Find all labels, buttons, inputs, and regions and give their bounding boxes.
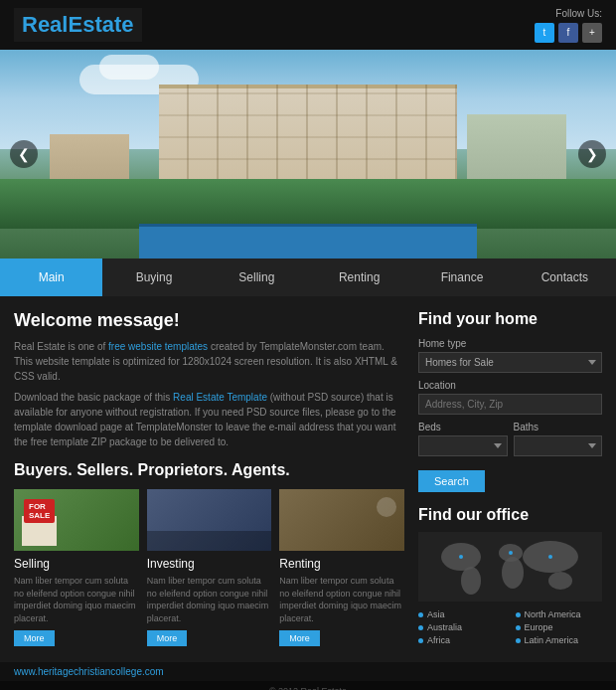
hero-pool bbox=[139, 224, 477, 259]
twitter-icon[interactable]: t bbox=[535, 23, 554, 43]
facebook-icon[interactable]: f bbox=[558, 23, 578, 43]
card-renting-more-button[interactable]: More bbox=[279, 630, 320, 646]
beds-group: Beds 1 2 3+ bbox=[418, 422, 508, 463]
card-renting: Renting Nam liber tempor cum soluta no e… bbox=[279, 489, 404, 646]
googleplus-icon[interactable]: + bbox=[582, 23, 602, 43]
card-renting-label: Renting bbox=[279, 557, 404, 571]
home-type-select[interactable]: Homes for Sale Homes for Rent Commercial bbox=[418, 352, 602, 373]
beds-select[interactable]: 1 2 3+ bbox=[418, 435, 508, 456]
real-estate-template-link[interactable]: Real Estate Template bbox=[173, 392, 267, 403]
region-europe: Europe bbox=[516, 622, 603, 632]
nav-finance[interactable]: Finance bbox=[410, 259, 513, 296]
region-dot-africa bbox=[418, 638, 423, 643]
regions: Asia Australia Africa North America bbox=[418, 609, 602, 648]
buyers-title: Buyers. Sellers. Proprietors. Agents. bbox=[14, 461, 404, 479]
baths-label: Baths bbox=[514, 422, 603, 432]
card-investing-text: Nam liber tempor cum soluta no eleifend … bbox=[147, 575, 272, 624]
region-africa: Africa bbox=[418, 635, 506, 645]
logo: RealEstate bbox=[14, 8, 142, 42]
card-selling-label: Selling bbox=[14, 557, 139, 571]
region-dot-north-america bbox=[516, 612, 521, 617]
cards-section: FORSALE Selling Nam liber tempor cum sol… bbox=[14, 489, 404, 646]
find-home-title: Find your home bbox=[418, 310, 602, 328]
follow-us-label: Follow Us: bbox=[535, 8, 602, 19]
card-investing: Investing Nam liber tempor cum soluta no… bbox=[147, 489, 272, 646]
nav-buying[interactable]: Buying bbox=[102, 259, 205, 296]
region-asia-label: Asia bbox=[427, 609, 445, 619]
for-sale-sign: FORSALE bbox=[24, 499, 55, 523]
card-investing-label: Investing bbox=[147, 557, 272, 571]
region-australia-label: Australia bbox=[427, 622, 462, 632]
baths-group: Baths 1 2 3+ bbox=[514, 422, 603, 463]
world-map-svg bbox=[431, 535, 590, 600]
logo-estate: Estate bbox=[68, 12, 133, 37]
social-icons: t f + bbox=[535, 23, 602, 43]
region-col-2: North America Europe Latin America bbox=[516, 609, 603, 648]
card-selling: FORSALE Selling Nam liber tempor cum sol… bbox=[14, 489, 139, 646]
region-australia: Australia bbox=[418, 622, 506, 632]
card-renting-image bbox=[279, 489, 404, 551]
nav-selling[interactable]: Selling bbox=[206, 259, 308, 296]
logo-real: Real bbox=[22, 12, 68, 37]
main-content: Welcome message! Real Estate is one of f… bbox=[0, 296, 616, 662]
left-column: Welcome message! Real Estate is one of f… bbox=[14, 310, 418, 648]
welcome-para2: Download the basic package of this Real … bbox=[14, 390, 404, 449]
svg-point-1 bbox=[461, 567, 481, 595]
card-renting-text: Nam liber tempor cum soluta no eleifend … bbox=[279, 575, 404, 624]
hero-next-button[interactable]: ❯ bbox=[578, 140, 606, 168]
card-selling-text: Nam liber tempor cum soluta no eleifend … bbox=[14, 575, 139, 624]
card-selling-more-button[interactable]: More bbox=[14, 630, 55, 646]
location-input[interactable] bbox=[418, 394, 602, 415]
card-investing-more-button[interactable]: More bbox=[147, 630, 188, 646]
nav-main[interactable]: Main bbox=[0, 259, 102, 296]
welcome-title: Welcome message! bbox=[14, 310, 404, 331]
region-north-america-label: North America bbox=[525, 609, 581, 619]
free-templates-link[interactable]: free website templates bbox=[108, 341, 208, 352]
svg-point-3 bbox=[502, 557, 524, 589]
footer-copy1: © 2012 Real Estate bbox=[5, 686, 611, 690]
region-asia: Asia bbox=[418, 609, 506, 619]
card-investing-image bbox=[147, 489, 272, 551]
follow-us: Follow Us: t f + bbox=[535, 8, 602, 43]
svg-point-7 bbox=[459, 555, 463, 559]
region-dot-asia bbox=[418, 612, 423, 617]
header: RealEstate Follow Us: t f + bbox=[0, 0, 616, 50]
svg-point-5 bbox=[548, 572, 572, 590]
world-map bbox=[418, 532, 602, 602]
right-column: Find your home Home type Homes for Sale … bbox=[418, 310, 602, 648]
region-dot-europe bbox=[516, 625, 521, 630]
svg-point-8 bbox=[548, 555, 552, 559]
welcome-para1: Real Estate is one of free website templ… bbox=[14, 339, 404, 384]
footer-url-text: www.heritagechristiancollege.com bbox=[14, 666, 164, 677]
baths-select[interactable]: 1 2 3+ bbox=[514, 435, 603, 456]
hero-prev-button[interactable]: ❮ bbox=[10, 140, 38, 168]
svg-point-6 bbox=[509, 551, 513, 555]
footer-url: www.heritagechristiancollege.com bbox=[0, 662, 616, 681]
hero-greenery bbox=[0, 179, 616, 229]
search-button[interactable]: Search bbox=[418, 470, 485, 492]
region-europe-label: Europe bbox=[525, 622, 553, 632]
location-label: Location bbox=[418, 380, 602, 391]
footer-copyright: © 2012 Real Estate Website Template by T… bbox=[0, 681, 616, 690]
home-type-label: Home type bbox=[418, 338, 602, 349]
main-nav: Main Buying Selling Renting Finance Cont… bbox=[0, 259, 616, 296]
hero-banner: ❮ ❯ bbox=[0, 50, 616, 259]
region-africa-label: Africa bbox=[427, 635, 450, 645]
nav-renting[interactable]: Renting bbox=[308, 259, 410, 296]
find-office-title: Find our office bbox=[418, 506, 602, 524]
nav-contacts[interactable]: Contacts bbox=[514, 259, 616, 296]
region-latin-america: Latin America bbox=[516, 635, 603, 645]
region-dot-latin-america bbox=[516, 638, 521, 643]
region-north-america: North America bbox=[516, 609, 603, 619]
card-selling-image: FORSALE bbox=[14, 489, 139, 551]
region-col-1: Asia Australia Africa bbox=[418, 609, 506, 648]
region-dot-australia bbox=[418, 625, 423, 630]
region-latin-america-label: Latin America bbox=[525, 635, 579, 645]
beds-baths-row: Beds 1 2 3+ Baths 1 2 3+ bbox=[418, 422, 602, 463]
beds-label: Beds bbox=[418, 422, 508, 432]
